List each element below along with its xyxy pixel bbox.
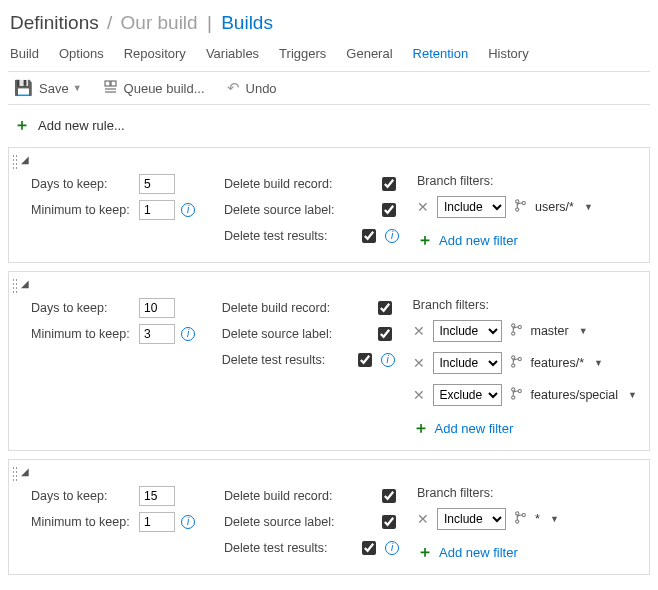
delete-build-record-checkbox[interactable]: [382, 177, 396, 191]
info-icon[interactable]: i: [181, 327, 195, 341]
days-to-keep-input[interactable]: [139, 298, 175, 318]
days-to-keep-label: Days to keep:: [31, 489, 133, 503]
filter-mode-select[interactable]: Include Exclude: [437, 508, 506, 530]
info-icon[interactable]: i: [385, 229, 399, 243]
filter-mode-select[interactable]: Exclude Include: [433, 384, 502, 406]
remove-filter-icon[interactable]: ✕: [413, 323, 425, 339]
tab-variables[interactable]: Variables: [206, 46, 259, 61]
delete-source-label-label: Delete source label:: [224, 515, 334, 529]
save-label: Save: [39, 81, 69, 96]
days-to-keep-input[interactable]: [139, 486, 175, 506]
add-new-rule-label: Add new rule...: [38, 118, 125, 133]
remove-filter-icon[interactable]: ✕: [417, 199, 429, 215]
delete-test-results-label: Delete test results:: [224, 541, 328, 555]
chevron-down-icon[interactable]: ▼: [550, 514, 559, 524]
svg-point-16: [516, 512, 519, 515]
collapse-toggle-icon[interactable]: ◢: [21, 466, 29, 477]
branches-column: Branch filters: ✕ Include Exclude users/…: [417, 158, 637, 248]
breadcrumb-separator: /: [107, 12, 112, 33]
chevron-down-icon[interactable]: ▼: [579, 326, 588, 336]
delete-test-results-checkbox[interactable]: [362, 541, 376, 555]
days-to-keep-input[interactable]: [139, 174, 175, 194]
keeps-column: Days to keep: Minimum to keep: i: [31, 282, 204, 436]
deletes-column: Delete build record: Delete source label…: [224, 470, 399, 560]
drag-grip-icon[interactable]: [12, 278, 17, 294]
queue-build-button[interactable]: Queue build...: [104, 80, 205, 97]
branch-filter-row: ✕ Include Exclude users/* ▼: [417, 196, 637, 218]
breadcrumb-root[interactable]: Definitions: [10, 12, 99, 33]
branch-filters-label: Branch filters:: [417, 174, 637, 188]
collapse-toggle-icon[interactable]: ◢: [21, 154, 29, 165]
undo-button[interactable]: ↶ Undo: [227, 79, 277, 97]
collapse-toggle-icon[interactable]: ◢: [21, 278, 29, 289]
filter-mode-select[interactable]: Include Exclude: [437, 196, 506, 218]
tab-triggers[interactable]: Triggers: [279, 46, 326, 61]
keeps-column: Days to keep: Minimum to keep: i: [31, 470, 206, 560]
svg-point-5: [516, 208, 519, 211]
chevron-down-icon[interactable]: ▼: [594, 358, 603, 368]
plus-icon: ＋: [417, 544, 433, 560]
delete-source-label-checkbox[interactable]: [378, 327, 392, 341]
add-new-filter-label: Add new filter: [435, 421, 514, 436]
remove-filter-icon[interactable]: ✕: [413, 355, 425, 371]
delete-build-record-label: Delete build record:: [224, 177, 332, 191]
breadcrumb-section[interactable]: Builds: [221, 12, 273, 33]
chevron-down-icon: ▼: [73, 83, 82, 93]
minimum-to-keep-input[interactable]: [139, 200, 175, 220]
branch-spec[interactable]: features/special: [531, 388, 619, 402]
info-icon[interactable]: i: [385, 541, 399, 555]
save-button[interactable]: 💾 Save ▼: [14, 79, 82, 97]
branch-spec[interactable]: users/*: [535, 200, 574, 214]
add-new-filter-button[interactable]: ＋ Add new filter: [417, 544, 637, 560]
delete-source-label-label: Delete source label:: [222, 327, 332, 341]
branch-icon: [510, 355, 523, 371]
minimum-to-keep-input[interactable]: [139, 512, 175, 532]
svg-point-6: [522, 201, 525, 204]
delete-test-results-checkbox[interactable]: [358, 353, 372, 367]
svg-point-18: [522, 513, 525, 516]
delete-build-record-checkbox[interactable]: [378, 301, 392, 315]
chevron-down-icon[interactable]: ▼: [584, 202, 593, 212]
svg-point-9: [518, 325, 521, 328]
remove-filter-icon[interactable]: ✕: [417, 511, 429, 527]
delete-source-label-label: Delete source label:: [224, 203, 334, 217]
remove-filter-icon[interactable]: ✕: [413, 387, 425, 403]
info-icon[interactable]: i: [181, 515, 195, 529]
drag-grip-icon[interactable]: [12, 466, 17, 482]
branch-spec[interactable]: master: [531, 324, 569, 338]
tab-repository[interactable]: Repository: [124, 46, 186, 61]
drag-grip-icon[interactable]: [12, 154, 17, 170]
svg-rect-1: [111, 81, 116, 86]
plus-icon: ＋: [14, 117, 30, 133]
tab-retention[interactable]: Retention: [413, 46, 469, 61]
tab-options[interactable]: Options: [59, 46, 104, 61]
branch-icon: [514, 199, 527, 215]
delete-source-label-checkbox[interactable]: [382, 515, 396, 529]
info-icon[interactable]: i: [381, 353, 395, 367]
filter-mode-select[interactable]: Include Exclude: [433, 320, 502, 342]
info-icon[interactable]: i: [181, 203, 195, 217]
days-to-keep-label: Days to keep:: [31, 301, 133, 315]
minimum-to-keep-input[interactable]: [139, 324, 175, 344]
add-new-filter-button[interactable]: ＋ Add new filter: [417, 232, 637, 248]
tab-general[interactable]: General: [346, 46, 392, 61]
tab-history[interactable]: History: [488, 46, 528, 61]
breadcrumb-current: Our build: [121, 12, 198, 33]
delete-source-label-checkbox[interactable]: [382, 203, 396, 217]
branch-filters-label: Branch filters:: [417, 486, 637, 500]
svg-point-15: [518, 389, 521, 392]
branch-spec[interactable]: *: [535, 512, 540, 526]
tab-build[interactable]: Build: [10, 46, 39, 61]
chevron-down-icon[interactable]: ▼: [628, 390, 637, 400]
delete-test-results-checkbox[interactable]: [362, 229, 376, 243]
filter-mode-select[interactable]: Include Exclude: [433, 352, 502, 374]
svg-point-13: [511, 388, 514, 391]
branch-filters-label: Branch filters:: [413, 298, 637, 312]
add-new-filter-button[interactable]: ＋ Add new filter: [413, 420, 637, 436]
branch-spec[interactable]: features/*: [531, 356, 585, 370]
svg-point-11: [511, 364, 514, 367]
days-to-keep-label: Days to keep:: [31, 177, 133, 191]
branch-filter-row: ✕ Exclude Include features/special ▼: [413, 384, 637, 406]
delete-build-record-checkbox[interactable]: [382, 489, 396, 503]
add-new-rule-button[interactable]: ＋ Add new rule...: [8, 105, 650, 147]
